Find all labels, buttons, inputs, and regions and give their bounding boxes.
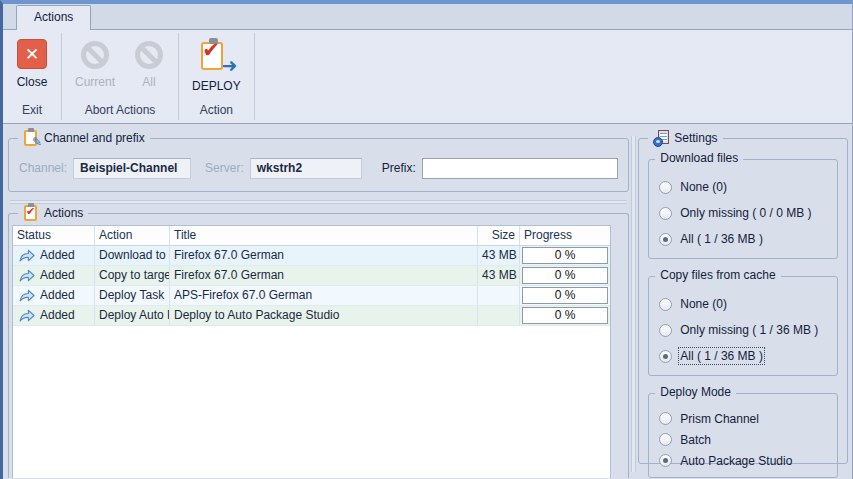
progress-cell: 0 %	[520, 246, 610, 265]
action-cell: Deploy Auto Pack	[95, 306, 170, 325]
clipboard-check-icon: ✔	[23, 205, 39, 221]
horizontal-splitter[interactable]	[10, 200, 627, 204]
added-arrow-icon	[19, 289, 35, 302]
radio-option-none-0[interactable]: None (0)	[659, 174, 831, 200]
abort-slash-icon	[135, 41, 163, 69]
group-title: Copy files from cache	[655, 268, 780, 282]
abort-slash-icon	[81, 41, 109, 69]
prefix-label: Prefix:	[382, 161, 416, 175]
column-header-progress[interactable]: Progress	[520, 226, 610, 245]
settings-group-deploy-mode: Deploy ModePrism ChannelBatchAuto Packag…	[648, 393, 838, 478]
column-header-status[interactable]: Status	[13, 226, 95, 245]
group-title: Download files	[655, 151, 743, 165]
radio-button[interactable]	[659, 324, 672, 337]
group-title: Actions	[44, 206, 83, 220]
radio-label: Only missing ( 1 / 36 MB )	[680, 323, 818, 337]
size-cell: 43 MB	[478, 266, 520, 285]
radio-option-batch[interactable]: Batch	[659, 429, 831, 450]
ribbon-separator	[254, 33, 255, 120]
table-row[interactable]: AddedCopy to targetFirefox 67.0 German43…	[13, 266, 610, 286]
button-label: Current	[75, 75, 115, 89]
added-arrow-icon	[19, 249, 35, 262]
radio-label: All ( 1 / 36 MB )	[680, 349, 763, 363]
channel-label: Channel:	[19, 161, 67, 175]
radio-button[interactable]	[659, 181, 672, 194]
status-text: Added	[40, 286, 75, 305]
settings-column: Settings Download filesNone (0)Only miss…	[638, 124, 848, 478]
prefix-input[interactable]	[422, 158, 618, 179]
radio-option-none-0[interactable]: None (0)	[659, 291, 831, 317]
ribbon-group-action: ✔➜ DEPLOY Action	[179, 30, 254, 123]
content-area: ✎ Channel and prefix Channel: Beispiel-C…	[3, 124, 852, 478]
radio-button[interactable]	[659, 412, 672, 425]
progress-cell: 0 %	[520, 306, 610, 325]
radio-button[interactable]	[659, 350, 672, 363]
radio-label: All ( 1 / 36 MB )	[680, 232, 763, 246]
actions-table: Status Action Title Size Progress AddedD…	[12, 225, 611, 478]
deploy-button[interactable]: ✔➜ DEPLOY	[185, 37, 248, 95]
close-button[interactable]: ✕ Close	[9, 37, 55, 91]
radio-button[interactable]	[659, 233, 672, 246]
radio-option-prism-channel[interactable]: Prism Channel	[659, 408, 831, 429]
actions-table-rows: AddedDownload to cachFirefox 67.0 German…	[13, 246, 610, 326]
size-cell: 43 MB	[478, 246, 520, 265]
radio-option-only-missing-1-36-mb[interactable]: Only missing ( 1 / 36 MB )	[659, 317, 831, 343]
abort-all-button[interactable]: All	[126, 37, 172, 91]
abort-current-button[interactable]: Current	[68, 37, 122, 91]
radio-option-only-missing-0-0-mb[interactable]: Only missing ( 0 / 0 MB )	[659, 200, 831, 226]
ribbon-group-label-action: Action	[179, 102, 254, 123]
settings-group-download-files: Download filesNone (0)Only missing ( 0 /…	[648, 159, 838, 259]
button-label: All	[142, 75, 155, 89]
actions-group-legend: ✔ Actions	[18, 205, 88, 221]
tab-actions[interactable]: Actions	[16, 5, 91, 30]
progress-cell: 0 %	[520, 286, 610, 305]
actions-group: ✔ Actions Status Action Title Size Progr…	[8, 213, 629, 478]
settings-document-icon	[653, 130, 669, 146]
radio-button[interactable]	[659, 298, 672, 311]
column-header-title[interactable]: Title	[170, 226, 478, 245]
column-header-size[interactable]: Size	[478, 226, 520, 245]
ribbon-tab-strip: Actions	[3, 4, 852, 30]
button-label: Close	[17, 75, 48, 89]
vertical-splitter[interactable]	[631, 136, 636, 472]
status-text: Added	[40, 246, 75, 265]
table-row[interactable]: AddedDeploy TaskAPS-Firefox 67.0 German0…	[13, 286, 610, 306]
title-cell: Deploy to Auto Package Studio	[170, 306, 478, 325]
progress-box: 0 %	[522, 247, 608, 264]
radio-button[interactable]	[659, 207, 672, 220]
progress-cell: 0 %	[520, 266, 610, 285]
radio-button[interactable]	[659, 433, 672, 446]
title-cell: Firefox 67.0 German	[170, 246, 478, 265]
settings-group: Settings Download filesNone (0)Only miss…	[638, 138, 848, 464]
ribbon-group-exit: ✕ Close Exit	[3, 30, 61, 123]
action-cell: Copy to target	[95, 266, 170, 285]
channel-and-prefix-group: ✎ Channel and prefix Channel: Beispiel-C…	[8, 138, 629, 192]
ribbon-group-label-exit: Exit	[3, 102, 61, 123]
group-title: Deploy Mode	[655, 385, 736, 399]
clipboard-pencil-icon: ✎	[23, 130, 39, 146]
table-row[interactable]: AddedDeploy Auto PackDeploy to Auto Pack…	[13, 306, 610, 326]
channel-value-field: Beispiel-Channel	[73, 158, 191, 179]
action-cell: Deploy Task	[95, 286, 170, 305]
progress-box: 0 %	[522, 267, 608, 284]
radio-option-all-1-36-mb[interactable]: All ( 1 / 36 MB )	[659, 226, 831, 252]
actions-table-header: Status Action Title Size Progress	[13, 226, 610, 246]
radio-label: Only missing ( 0 / 0 MB )	[680, 206, 811, 220]
button-label: DEPLOY	[192, 79, 241, 93]
radio-button[interactable]	[659, 454, 672, 467]
table-row[interactable]: AddedDownload to cachFirefox 67.0 German…	[13, 246, 610, 266]
server-value-field: wkstrh2	[250, 158, 362, 179]
server-label: Server:	[205, 161, 244, 175]
radio-option-auto-package-studio[interactable]: Auto Package Studio	[659, 450, 831, 471]
channel-group-legend: ✎ Channel and prefix	[18, 130, 150, 146]
status-cell: Added	[13, 266, 95, 285]
radio-option-all-1-36-mb[interactable]: All ( 1 / 36 MB )	[659, 343, 831, 369]
ribbon-group-label-abort-actions: Abort Actions	[62, 102, 178, 123]
group-title: Channel and prefix	[44, 131, 145, 145]
status-cell: Added	[13, 306, 95, 325]
status-cell: Added	[13, 286, 95, 305]
radio-label: None (0)	[680, 297, 727, 311]
column-header-action[interactable]: Action	[95, 226, 170, 245]
settings-group-legend: Settings	[648, 130, 722, 146]
close-icon: ✕	[17, 39, 47, 69]
